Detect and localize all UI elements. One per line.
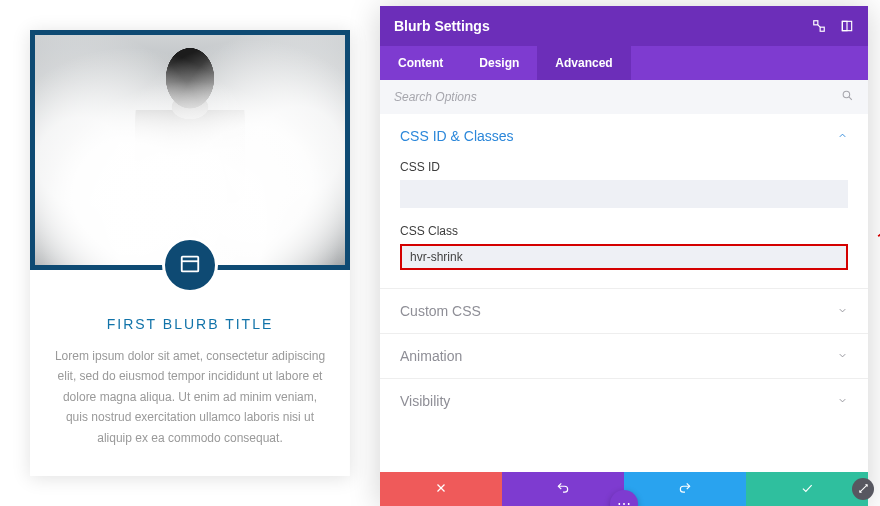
css-class-input[interactable] [400,244,848,270]
window-icon [179,253,201,278]
css-id-label: CSS ID [400,160,848,174]
panel-header: Blurb Settings [380,6,868,46]
resize-icon [858,482,869,497]
search-row[interactable]: Search Options [380,80,868,114]
blurb-image [30,30,350,270]
svg-rect-2 [814,21,818,25]
redo-icon [678,481,692,498]
section-custom-css[interactable]: Custom CSS [380,288,868,333]
panel-tabs: Content Design Advanced [380,46,868,80]
svg-point-7 [843,91,850,98]
undo-icon [556,481,570,498]
chevron-down-icon [837,393,848,409]
svg-rect-0 [182,256,199,271]
blurb-title: FIRST BLURB TITLE [52,316,328,332]
chevron-down-icon [837,303,848,319]
blurb-circle-icon [162,237,218,293]
section-title: Animation [400,348,462,364]
tab-design[interactable]: Design [461,46,537,80]
tab-advanced[interactable]: Advanced [537,46,630,80]
svg-rect-3 [820,27,824,31]
tab-content[interactable]: Content [380,46,461,80]
svg-line-8 [849,97,852,100]
page-preview: FIRST BLURB TITLE Lorem ipsum dolor sit … [0,0,380,506]
section-title: Custom CSS [400,303,481,319]
svg-line-12 [859,484,866,491]
search-placeholder: Search Options [394,90,477,104]
section-title: Visibility [400,393,450,409]
blurb-module[interactable]: FIRST BLURB TITLE Lorem ipsum dolor sit … [30,30,350,476]
svg-line-4 [818,25,820,27]
section-title: CSS ID & Classes [400,128,514,144]
blurb-image-smoke [35,35,345,265]
dots-icon: ⋯ [617,496,631,506]
blurb-text: Lorem ipsum dolor sit amet, consectetur … [52,346,328,448]
blurb-body: FIRST BLURB TITLE Lorem ipsum dolor sit … [30,270,350,476]
section-css-id-classes: CSS ID & Classes CSS ID CSS Class [380,114,868,288]
settings-panel: Blurb Settings Content Design Advanced S… [380,6,868,506]
section-head-css[interactable]: CSS ID & Classes [400,128,848,144]
section-visibility[interactable]: Visibility [380,378,868,423]
resize-handle[interactable] [852,478,874,500]
section-animation[interactable]: Animation [380,333,868,378]
redo-button[interactable] [624,472,746,506]
expand-icon[interactable] [812,19,826,33]
close-icon [434,481,448,498]
annotation-arrow [870,201,880,251]
cancel-button[interactable] [380,472,502,506]
css-class-label: CSS Class [400,224,848,238]
check-icon [800,481,814,498]
chevron-up-icon [837,128,848,144]
svg-rect-6 [842,21,847,30]
chevron-down-icon [837,348,848,364]
save-button[interactable] [746,472,868,506]
panel-title: Blurb Settings [394,18,490,34]
css-id-input[interactable] [400,180,848,208]
undo-button[interactable] [502,472,624,506]
snap-icon[interactable] [840,19,854,33]
search-icon [841,89,854,105]
